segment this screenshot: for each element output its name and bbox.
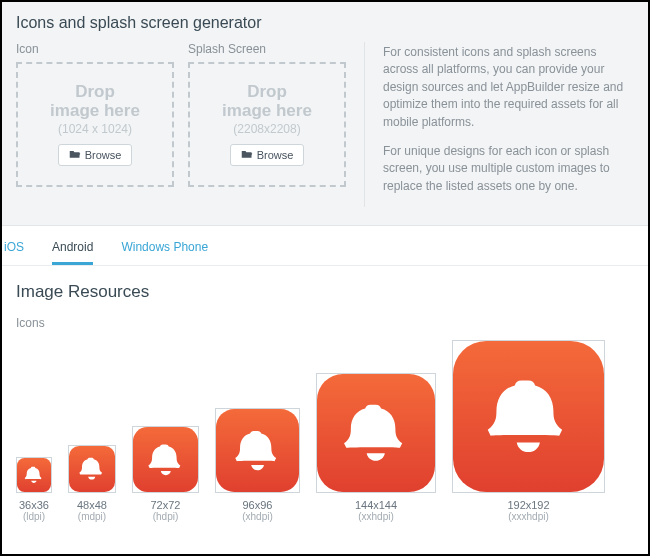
- icon-item-48: 48x48 (mdpi): [68, 445, 116, 522]
- splash-drop-section: Splash Screen Drop image here (2208x2208…: [188, 42, 346, 187]
- resources-title: Image Resources: [16, 282, 634, 302]
- bell-icon: [69, 446, 115, 492]
- bell-icon: [216, 409, 299, 492]
- icon-browse-button[interactable]: Browse: [58, 144, 133, 166]
- resources-icons-label: Icons: [16, 316, 634, 330]
- generator-panel: Icons and splash screen generator Icon D…: [2, 2, 648, 226]
- icon-item-96: 96x96 (xhdpi): [215, 408, 300, 522]
- icon-size-label: 72x72: [151, 499, 181, 511]
- icon-row: 36x36 (ldpi) 48x48 (mdpi) 72x72 (hdpi): [16, 340, 634, 522]
- generator-description: For consistent icons and splash screens …: [383, 42, 634, 207]
- icon-drop-text-2: image here: [50, 102, 140, 121]
- icon-item-144: 144x144 (xxhdpi): [316, 373, 436, 522]
- icon-drop-section: Icon Drop image here (1024 x 1024) Brows…: [16, 42, 174, 187]
- icon-density-label: (xhdpi): [242, 511, 273, 522]
- generator-content: Icon Drop image here (1024 x 1024) Brows…: [16, 42, 634, 207]
- splash-browse-label: Browse: [257, 149, 294, 161]
- resources-panel: Image Resources Icons 36x36 (ldpi) 48x48…: [2, 266, 648, 538]
- icon-preview-144[interactable]: [316, 373, 436, 493]
- icon-preview-192[interactable]: [452, 340, 605, 493]
- folder-open-icon: [69, 149, 81, 161]
- splash-drop-text-1: Drop: [247, 83, 287, 102]
- icon-size-label: 96x96: [243, 499, 273, 511]
- icon-density-label: (ldpi): [23, 511, 45, 522]
- generator-title: Icons and splash screen generator: [16, 14, 634, 32]
- icon-size-label: 144x144: [355, 499, 397, 511]
- icon-density-label: (mdpi): [78, 511, 106, 522]
- icon-preview-36[interactable]: [16, 457, 52, 493]
- splash-drop-text-2: image here: [222, 102, 312, 121]
- icon-drop-zone[interactable]: Drop image here (1024 x 1024) Browse: [16, 62, 174, 187]
- icon-size-label: 36x36: [19, 499, 49, 511]
- icon-drop-dims: (1024 x 1024): [58, 122, 132, 136]
- bell-icon: [133, 427, 198, 492]
- folder-open-icon: [241, 149, 253, 161]
- icon-size-label: 192x192: [507, 499, 549, 511]
- tab-ios[interactable]: iOS: [4, 236, 24, 265]
- splash-drop-dims: (2208x2208): [233, 122, 300, 136]
- icon-density-label: (xxhdpi): [358, 511, 394, 522]
- icon-browse-label: Browse: [85, 149, 122, 161]
- tab-windows-phone[interactable]: Windows Phone: [121, 236, 208, 265]
- bell-icon: [317, 374, 435, 492]
- splash-drop-label: Splash Screen: [188, 42, 346, 56]
- icon-item-72: 72x72 (hdpi): [132, 426, 199, 522]
- icon-item-36: 36x36 (ldpi): [16, 457, 52, 522]
- tab-android[interactable]: Android: [52, 236, 93, 265]
- bell-icon: [17, 458, 51, 492]
- icon-size-label: 48x48: [77, 499, 107, 511]
- splash-drop-zone[interactable]: Drop image here (2208x2208) Browse: [188, 62, 346, 187]
- icon-preview-72[interactable]: [132, 426, 199, 493]
- desc-paragraph-1: For consistent icons and splash screens …: [383, 44, 634, 131]
- icon-drop-label: Icon: [16, 42, 174, 56]
- icon-preview-96[interactable]: [215, 408, 300, 493]
- icon-drop-text-1: Drop: [75, 83, 115, 102]
- icon-preview-48[interactable]: [68, 445, 116, 493]
- icon-density-label: (hdpi): [153, 511, 179, 522]
- icon-item-192: 192x192 (xxxhdpi): [452, 340, 605, 522]
- platform-tabs: iOS Android Windows Phone: [2, 226, 648, 266]
- bell-icon: [453, 341, 604, 492]
- vertical-divider: [364, 42, 365, 207]
- desc-paragraph-2: For unique designs for each icon or spla…: [383, 143, 634, 195]
- icon-density-label: (xxxhdpi): [508, 511, 549, 522]
- splash-browse-button[interactable]: Browse: [230, 144, 305, 166]
